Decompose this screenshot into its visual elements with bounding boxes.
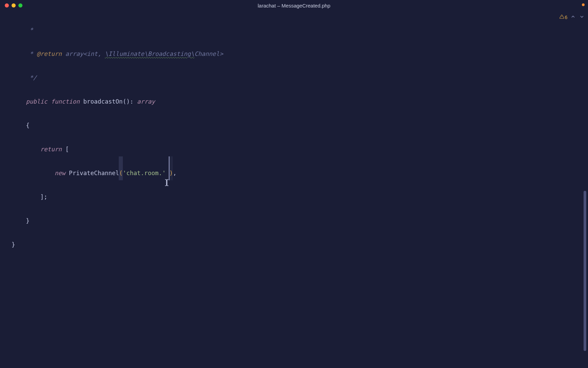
code-line: } xyxy=(12,233,576,257)
maximize-icon[interactable] xyxy=(18,3,22,7)
function-name: broadcastOn xyxy=(83,97,123,106)
window-title: larachat – MessageCreated.php xyxy=(258,3,330,9)
scrollbar[interactable] xyxy=(584,191,586,351)
class-name: PrivateChannel xyxy=(69,168,119,178)
code-editor[interactable]: * * @return array<int, \Illuminate\Broad… xyxy=(0,11,588,263)
brace: } xyxy=(12,216,30,226)
paren-close: ) xyxy=(169,168,173,178)
code-line: ]; xyxy=(12,185,576,209)
doc-comment: * xyxy=(12,25,33,35)
minimize-icon[interactable] xyxy=(12,3,16,7)
type-hint: Channel> xyxy=(194,49,223,59)
keyword: return xyxy=(40,144,62,154)
code-line: } xyxy=(12,209,576,233)
notification-dot-icon[interactable] xyxy=(582,3,585,6)
keyword: function xyxy=(51,97,80,106)
bracket-close: ]; xyxy=(12,192,47,202)
string-literal: 'chat.room.' xyxy=(123,168,166,178)
keyword: new xyxy=(54,168,65,178)
window-controls xyxy=(5,3,22,7)
close-icon[interactable] xyxy=(5,3,9,7)
namespace-ref: \Illuminate\Broadcasting\ xyxy=(105,49,194,59)
code-line: public function broadcastOn(): array xyxy=(12,90,576,113)
title-bar: larachat – MessageCreated.php xyxy=(0,0,588,11)
doc-comment: */ xyxy=(12,73,37,82)
keyword: public xyxy=(26,97,47,106)
type-hint: array<int, xyxy=(65,49,105,59)
return-type: array xyxy=(137,97,155,106)
code-line: { xyxy=(12,113,576,137)
code-line: return [ xyxy=(12,137,576,161)
code-line: * xyxy=(12,18,576,42)
phpdoc-tag: @return xyxy=(37,49,62,59)
brace: } xyxy=(12,240,15,249)
code-line: * @return array<int, \Illuminate\Broadca… xyxy=(12,42,576,66)
doc-comment: * xyxy=(12,49,37,59)
paren-open: ( xyxy=(119,168,123,178)
brace: { xyxy=(12,121,30,130)
code-line: new PrivateChannel('chat.room.' ), xyxy=(12,161,576,185)
code-line: */ xyxy=(12,66,576,90)
